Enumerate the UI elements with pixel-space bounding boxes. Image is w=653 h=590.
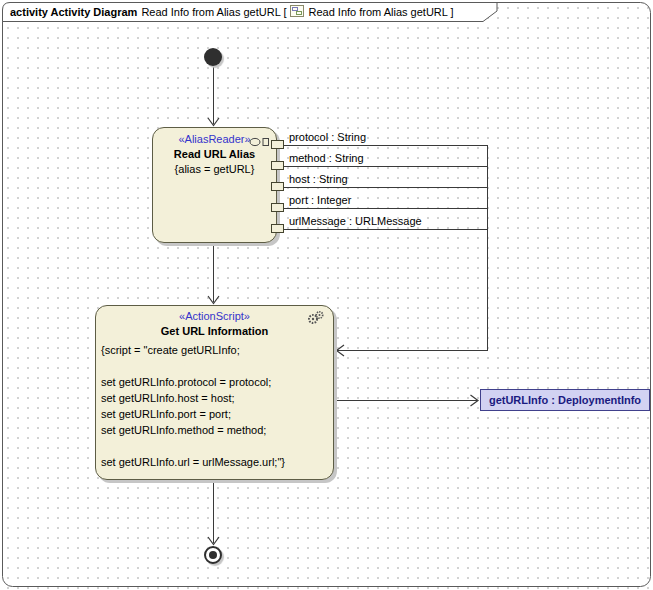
action-get-url-information[interactable]: «ActionScript» Get URL Information {scri… [95,305,334,480]
output-pin-protocol[interactable] [271,140,284,149]
script-line: {script = "create getURLInfo; [101,342,328,358]
pin-label-port: port : Integer [289,194,351,207]
pin-label-host: host : String [289,173,348,186]
gears-icon [307,310,326,329]
activity-final-node[interactable] [204,546,222,564]
frame-title: activity Activity Diagram Read Info from… [10,5,454,19]
frame-title-keyword: activity Activity Diagram [10,6,137,18]
output-pin-port[interactable] [271,203,284,212]
diagram-frame [3,3,651,587]
call-behavior-icon [249,133,270,151]
object-node-geturlinfo[interactable]: getURLInfo : DeploymentInfo [480,389,650,411]
frame-title-context: Read Info from Alias getURL [ [141,6,286,18]
script-line [101,438,328,454]
script-line: set getURLInfo.url = urlMessage.url;"} [101,454,328,470]
script-line: set getURLInfo.port = port; [101,406,328,422]
action-body: {alias = getURL} [153,162,276,177]
action-name: Get URL Information [96,324,333,339]
script-line [101,358,328,374]
pin-label-urlmessage: urlMessage : URLMessage [289,215,422,228]
output-pin-host[interactable] [271,182,284,191]
pin-label-method: method : String [289,152,364,165]
activity-diagram-icon [290,5,304,19]
script-line: set getURLInfo.method = method; [101,422,328,438]
output-pin-method[interactable] [271,161,284,170]
script-line: set getURLInfo.host = host; [101,390,328,406]
script-line: set getURLInfo.protocol = protocol; [101,374,328,390]
pin-label-protocol: protocol : String [289,131,366,144]
action-script-body: {script = "create getURLInfo; set getURL… [96,342,333,470]
output-pin-urlmessage[interactable] [271,224,284,233]
action-read-url-alias[interactable]: «AliasReader» Read URL Alias {alias = ge… [152,127,277,243]
frame-title-diagram-name: Read Info from Alias getURL ] [308,6,453,18]
diagram-canvas: activity Activity Diagram Read Info from… [0,0,653,590]
initial-node[interactable] [204,48,222,66]
stereotype-label: «ActionScript» [96,306,333,324]
object-node-label: getURLInfo : DeploymentInfo [489,394,641,406]
edges-layer [0,0,653,590]
activity-final-dot [209,551,217,559]
edge-pin-bus [337,146,488,351]
